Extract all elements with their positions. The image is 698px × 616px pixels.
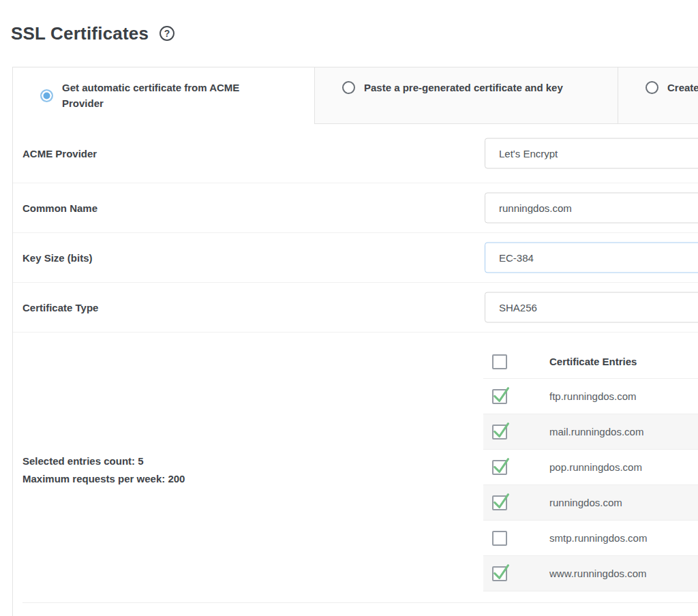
check-icon [491,456,511,475]
acme-provider-row: ACME Provider [13,124,698,183]
certificate-entry-row: smtp.runningdos.com [483,521,698,556]
tab-acme-inner: Get automatic certificate from ACME Prov… [40,80,314,111]
header-checkbox-cell [483,354,549,369]
tab-create-inner: Create [646,80,698,95]
certificate-type-input[interactable] [485,292,698,323]
entry-domain: pop.runningdos.com [549,461,642,473]
entry-domain: www.runningdos.com [549,568,647,579]
entry-checkbox-cell [483,531,549,546]
acme-provider-label: ACME Provider [22,148,97,159]
entries-summary: Selected entries count: 5 Maximum reques… [22,452,185,488]
common-name-input[interactable] [485,193,698,224]
radio-paste-icon[interactable] [342,81,355,94]
check-icon [491,491,511,510]
certificate-entries-heading: Certificate Entries [549,356,637,367]
entry-checkbox-cell [483,389,549,404]
selected-entries-count: Selected entries count: 5 [22,452,185,470]
entry-domain: mail.runningdos.com [549,426,643,437]
tab-acme-label: Get automatic certificate from ACME Prov… [62,80,261,111]
entry-checkbox[interactable] [492,495,507,510]
check-icon [491,420,511,440]
tab-paste-label: Paste a pre-generated certificate and ke… [364,80,563,95]
tab-bar: Get automatic certificate from ACME Prov… [13,67,698,124]
certificate-entries-body: ftp.runningdos.com mail.runningdos.com p… [483,379,698,591]
entry-checkbox-cell [483,495,549,510]
tab-acme-provider[interactable]: Get automatic certificate from ACME Prov… [13,67,314,124]
common-name-row: Common Name [13,183,698,233]
certificate-entry-row: ftp.runningdos.com [483,379,698,414]
key-size-row: Key Size (bits) [13,233,698,283]
page-header: SSL Certificates ? [0,0,698,53]
entry-domain: runningdos.com [549,497,622,508]
tab-create-certificate[interactable]: Create [618,67,698,124]
radio-create-icon[interactable] [646,81,658,94]
check-icon [491,385,511,404]
acme-provider-input[interactable] [485,138,698,169]
certificate-entry-row: runningdos.com [483,485,698,521]
entry-checkbox[interactable] [492,425,507,440]
entry-checkbox-cell [483,425,549,440]
certificate-entries-table: Certificate Entries ftp.runningdos.com m… [483,345,698,591]
tab-paste-inner: Paste a pre-generated certificate and ke… [342,80,618,95]
common-name-label: Common Name [22,202,97,214]
page-title: SSL Certificates [11,23,149,44]
entry-checkbox[interactable] [492,531,507,546]
certificate-type-row: Certificate Type [13,283,698,333]
entry-checkbox-cell [483,566,549,581]
certificate-entries-header-row: Certificate Entries [483,345,698,379]
tab-create-label: Create [667,80,698,95]
entry-checkbox-cell [483,460,549,475]
certificate-entry-row: pop.runningdos.com [483,450,698,485]
check-icon [491,562,511,581]
entry-domain: ftp.runningdos.com [549,390,637,402]
certificate-type-label: Certificate Type [22,302,98,313]
certificate-entry-row: mail.runningdos.com [483,414,698,450]
tab-paste-certificate[interactable]: Paste a pre-generated certificate and ke… [314,67,618,124]
entry-domain: smtp.runningdos.com [549,532,647,544]
entry-checkbox[interactable] [492,460,507,475]
radio-acme-icon[interactable] [40,89,53,102]
certificate-entries-section: Selected entries count: 5 Maximum reques… [13,333,698,594]
max-requests-per-week: Maximum requests per week: 200 [22,470,185,488]
key-size-label: Key Size (bits) [22,252,93,264]
key-size-input[interactable] [485,243,698,273]
certificate-entry-row: www.runningdos.com [483,556,698,591]
entry-checkbox[interactable] [492,389,507,404]
ssl-certificates-panel: Get automatic certificate from ACME Prov… [12,67,698,616]
help-icon[interactable]: ? [160,26,174,41]
entry-checkbox[interactable] [492,566,507,581]
select-all-checkbox[interactable] [492,354,507,369]
bottom-divider [22,602,698,603]
